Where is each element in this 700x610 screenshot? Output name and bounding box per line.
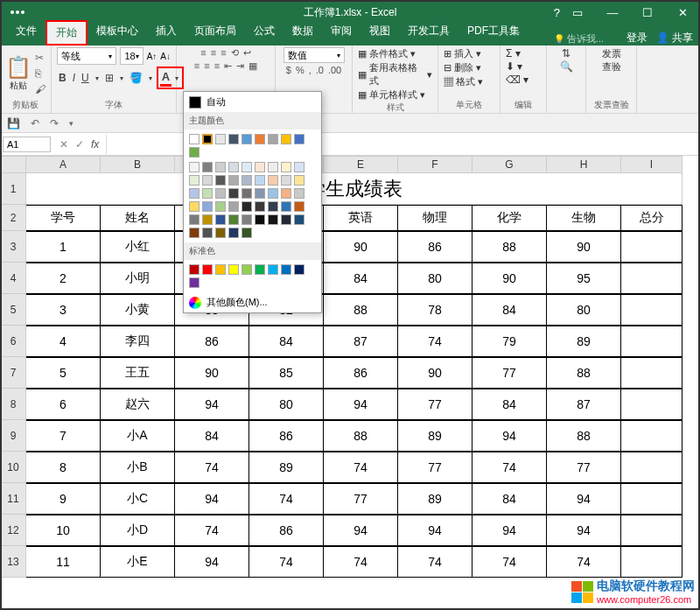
color-swatch[interactable] bbox=[242, 188, 252, 199]
cell[interactable]: 3 bbox=[26, 294, 101, 326]
cell[interactable]: 88 bbox=[324, 420, 398, 452]
align-right-icon[interactable]: ≡ bbox=[214, 60, 220, 72]
color-swatch[interactable] bbox=[242, 228, 252, 238]
cell[interactable]: 95 bbox=[547, 263, 621, 294]
percent-icon[interactable]: % bbox=[296, 65, 304, 75]
col-header-H[interactable]: H bbox=[547, 156, 621, 173]
font-name-select[interactable]: 等线▾ bbox=[57, 47, 116, 65]
ribbon-options-icon[interactable]: ▭ bbox=[560, 0, 595, 25]
cell[interactable]: 80 bbox=[547, 294, 621, 326]
color-swatch[interactable] bbox=[189, 214, 200, 225]
orientation-icon[interactable]: ⟲ bbox=[231, 47, 239, 59]
cell[interactable]: 74 bbox=[249, 483, 324, 515]
col-header-A[interactable]: A bbox=[26, 156, 101, 173]
cell[interactable] bbox=[621, 420, 682, 452]
color-swatch[interactable] bbox=[189, 147, 200, 158]
indent-inc-icon[interactable]: ⇥ bbox=[236, 60, 244, 72]
col-header-F[interactable]: F bbox=[398, 156, 472, 173]
color-swatch[interactable] bbox=[255, 162, 265, 172]
color-swatch[interactable] bbox=[281, 162, 291, 172]
maximize-icon[interactable]: ☐ bbox=[630, 0, 665, 25]
col-header-E[interactable]: E bbox=[324, 156, 398, 173]
color-swatch[interactable] bbox=[228, 134, 239, 144]
cell[interactable]: 学生成绩表 bbox=[26, 173, 682, 205]
tab-PDF工具集[interactable]: PDF工具集 bbox=[458, 20, 528, 46]
align-middle-icon[interactable]: ≡ bbox=[211, 47, 216, 59]
cell[interactable] bbox=[621, 515, 682, 546]
cell[interactable]: 94 bbox=[398, 515, 472, 546]
font-size-select[interactable]: 18▾ bbox=[120, 47, 143, 65]
color-auto-option[interactable]: 自动 bbox=[184, 92, 321, 112]
cell[interactable]: 小C bbox=[101, 483, 175, 515]
color-swatch[interactable] bbox=[268, 188, 278, 199]
color-swatch[interactable] bbox=[228, 201, 239, 212]
invoice-button[interactable]: 发票 查验 bbox=[602, 47, 621, 74]
color-swatch[interactable] bbox=[268, 134, 278, 144]
row-header-13[interactable]: 13 bbox=[0, 546, 26, 578]
currency-icon[interactable]: $ bbox=[286, 65, 291, 75]
cell[interactable]: 94 bbox=[324, 389, 398, 420]
row-header-11[interactable]: 11 bbox=[0, 483, 26, 515]
color-swatch[interactable] bbox=[202, 175, 213, 186]
save-icon[interactable]: 💾 bbox=[7, 117, 20, 130]
tab-数据[interactable]: 数据 bbox=[284, 20, 322, 46]
color-swatch[interactable] bbox=[202, 162, 213, 172]
cell[interactable]: 94 bbox=[547, 483, 621, 515]
number-format-select[interactable]: 数值▾ bbox=[284, 47, 345, 63]
color-swatch[interactable] bbox=[268, 175, 278, 186]
color-swatch[interactable] bbox=[242, 214, 252, 225]
cell[interactable]: 小A bbox=[101, 420, 175, 452]
cell[interactable]: 小D bbox=[101, 515, 175, 546]
color-swatch[interactable] bbox=[202, 188, 213, 199]
color-swatch[interactable] bbox=[294, 264, 304, 275]
close-icon[interactable]: ✕ bbox=[665, 0, 700, 25]
help-icon[interactable]: ? bbox=[554, 6, 560, 19]
color-swatch[interactable] bbox=[215, 134, 226, 144]
cell[interactable]: 86 bbox=[398, 231, 472, 263]
cell[interactable]: 总分 bbox=[621, 205, 682, 231]
cell[interactable]: 84 bbox=[324, 263, 398, 294]
cell[interactable]: 88 bbox=[324, 294, 398, 326]
cell[interactable]: 89 bbox=[249, 452, 324, 483]
cell[interactable]: 80 bbox=[249, 389, 324, 420]
cell[interactable]: 74 bbox=[398, 326, 472, 357]
color-swatch[interactable] bbox=[215, 175, 226, 186]
cell[interactable]: 88 bbox=[472, 231, 547, 263]
color-swatch[interactable] bbox=[294, 134, 304, 144]
tab-审阅[interactable]: 审阅 bbox=[322, 20, 360, 46]
cell[interactable]: 90 bbox=[547, 231, 621, 263]
color-swatch[interactable] bbox=[294, 201, 304, 212]
italic-button[interactable]: I bbox=[71, 71, 77, 85]
cell[interactable]: 2 bbox=[26, 263, 101, 294]
color-swatch[interactable] bbox=[189, 162, 200, 172]
cell[interactable]: 李四 bbox=[101, 326, 175, 357]
clear-icon[interactable]: ⌫ ▾ bbox=[506, 74, 528, 86]
color-swatch[interactable] bbox=[268, 214, 278, 225]
fill-icon[interactable]: ⬇ ▾ bbox=[506, 60, 522, 73]
underline-button[interactable]: U bbox=[80, 71, 91, 85]
select-all-corner[interactable] bbox=[0, 156, 26, 173]
name-box[interactable]: A1 bbox=[3, 137, 51, 152]
qat-dropdown-icon[interactable]: ▾ bbox=[69, 119, 74, 128]
cell[interactable]: 94 bbox=[175, 483, 249, 515]
row-header-2[interactable]: 2 bbox=[0, 205, 26, 231]
color-swatch[interactable] bbox=[202, 228, 213, 238]
copy-icon[interactable]: ⎘ bbox=[35, 67, 46, 80]
share-button[interactable]: 👤 共享 bbox=[656, 31, 693, 46]
cell[interactable] bbox=[621, 389, 682, 420]
fx-icon[interactable]: fx bbox=[91, 138, 99, 151]
color-swatch[interactable] bbox=[268, 201, 278, 212]
color-swatch[interactable] bbox=[189, 277, 200, 288]
color-swatch[interactable] bbox=[255, 134, 265, 144]
cancel-formula-icon[interactable]: ✕ bbox=[60, 138, 68, 151]
cell[interactable]: 87 bbox=[547, 389, 621, 420]
row-header-9[interactable]: 9 bbox=[0, 420, 26, 452]
cell[interactable]: 小红 bbox=[101, 231, 175, 263]
color-swatch[interactable] bbox=[255, 188, 265, 199]
cell[interactable]: 90 bbox=[324, 231, 398, 263]
tab-页面布局[interactable]: 页面布局 bbox=[186, 20, 245, 46]
cell[interactable]: 77 bbox=[398, 389, 472, 420]
color-swatch[interactable] bbox=[228, 228, 239, 238]
color-swatch[interactable] bbox=[202, 264, 213, 275]
color-swatch[interactable] bbox=[281, 214, 291, 225]
